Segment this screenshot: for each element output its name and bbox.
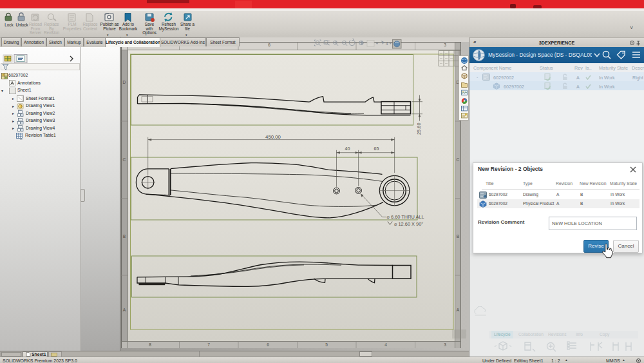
- svg-text:25.60: 25.60: [416, 123, 422, 135]
- svg-text:8: 8: [149, 342, 151, 347]
- svg-text:3: 3: [444, 342, 446, 347]
- svg-text:7: 7: [207, 342, 210, 347]
- svg-text:B: B: [123, 234, 126, 239]
- svg-text:450.00: 450.00: [265, 134, 281, 140]
- svg-text:A: A: [457, 308, 460, 312]
- svg-text:D: D: [123, 80, 126, 84]
- svg-text:65: 65: [374, 146, 379, 151]
- svg-text:4: 4: [384, 342, 387, 347]
- svg-text:40: 40: [345, 146, 350, 151]
- svg-text:C: C: [457, 157, 460, 162]
- svg-text:⌀ 6.60 THRU ALL: ⌀ 6.60 THRU ALL: [387, 214, 424, 220]
- svg-text:5: 5: [325, 342, 328, 347]
- svg-text:A: A: [123, 308, 126, 312]
- svg-text:⌀ 12.60 X 90°: ⌀ 12.60 X 90°: [394, 221, 423, 227]
- svg-text:B: B: [457, 234, 460, 239]
- svg-text:6: 6: [267, 342, 269, 347]
- svg-text:C: C: [123, 157, 126, 162]
